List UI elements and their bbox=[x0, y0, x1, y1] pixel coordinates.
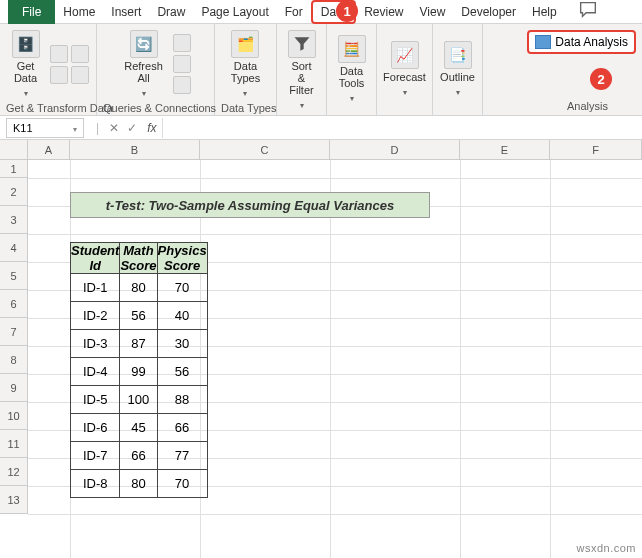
tab-developer[interactable]: Developer bbox=[453, 0, 524, 24]
table-cell[interactable]: 56 bbox=[157, 358, 207, 386]
row-headers: 1 2 3 4 5 6 7 8 9 10 11 12 13 bbox=[0, 160, 28, 514]
group-label bbox=[383, 110, 426, 115]
row-header[interactable]: 12 bbox=[0, 458, 28, 486]
row-header[interactable]: 11 bbox=[0, 430, 28, 458]
data-table: Student Id Math Score Physics Score ID-1… bbox=[70, 242, 208, 498]
tab-file[interactable]: File bbox=[8, 0, 55, 24]
outline-button[interactable]: 📑 Outline bbox=[436, 39, 479, 99]
refresh-all-button[interactable]: 🔄 Refresh All bbox=[120, 28, 167, 100]
tab-review[interactable]: Review bbox=[356, 0, 411, 24]
name-box-dropdown-icon[interactable] bbox=[73, 122, 77, 134]
tab-draw[interactable]: Draw bbox=[149, 0, 193, 24]
from-text-icon[interactable] bbox=[50, 45, 68, 63]
table-cell[interactable]: ID-5 bbox=[71, 386, 120, 414]
table-cell[interactable]: 99 bbox=[120, 358, 157, 386]
tab-formulas[interactable]: For bbox=[277, 0, 311, 24]
col-header-c[interactable]: C bbox=[200, 140, 330, 159]
queries-icon[interactable] bbox=[173, 34, 191, 52]
table-cell[interactable]: 30 bbox=[157, 330, 207, 358]
recent-sources-icon[interactable] bbox=[71, 66, 89, 84]
refresh-label: Refresh All bbox=[124, 60, 163, 84]
cancel-icon[interactable]: ✕ bbox=[105, 121, 123, 135]
col-header-a[interactable]: A bbox=[28, 140, 70, 159]
funnel-icon bbox=[288, 30, 316, 58]
table-cell[interactable]: ID-8 bbox=[71, 470, 120, 498]
mini-icons[interactable] bbox=[173, 34, 191, 94]
refresh-icon: 🔄 bbox=[130, 30, 158, 58]
tab-page-layout[interactable]: Page Layout bbox=[193, 0, 276, 24]
tab-home[interactable]: Home bbox=[55, 0, 103, 24]
table-cell[interactable]: 87 bbox=[120, 330, 157, 358]
table-cell[interactable]: 70 bbox=[157, 274, 207, 302]
dropdown-caret-icon bbox=[456, 85, 460, 97]
row-header[interactable]: 9 bbox=[0, 374, 28, 402]
col-header-e[interactable]: E bbox=[460, 140, 550, 159]
from-table-icon[interactable] bbox=[50, 66, 68, 84]
table-cell[interactable]: 77 bbox=[157, 442, 207, 470]
group-label: Queries & Connections bbox=[103, 100, 208, 117]
comments-icon[interactable] bbox=[577, 0, 599, 24]
table-cell[interactable]: 70 bbox=[157, 470, 207, 498]
callout-2: 2 bbox=[590, 68, 612, 90]
mini-icons[interactable] bbox=[50, 45, 89, 84]
data-types-button[interactable]: 🗂️ Data Types bbox=[227, 28, 264, 100]
col-header-d[interactable]: D bbox=[330, 140, 460, 159]
group-label: Analysis bbox=[489, 98, 636, 115]
table-cell[interactable]: ID-3 bbox=[71, 330, 120, 358]
spreadsheet-grid[interactable]: A B C D E F 1 2 3 4 5 6 7 8 9 10 11 12 1… bbox=[0, 140, 642, 160]
table-cell[interactable]: 100 bbox=[120, 386, 157, 414]
table-cell[interactable]: ID-1 bbox=[71, 274, 120, 302]
table-cell[interactable]: ID-7 bbox=[71, 442, 120, 470]
table-cell[interactable]: 88 bbox=[157, 386, 207, 414]
col-physics-score: Physics Score bbox=[157, 243, 207, 274]
table-cell[interactable]: 45 bbox=[120, 414, 157, 442]
get-data-button[interactable]: 🗄️ Get Data bbox=[8, 28, 44, 100]
formula-input[interactable] bbox=[162, 118, 642, 138]
tab-view[interactable]: View bbox=[412, 0, 454, 24]
row-header[interactable]: 4 bbox=[0, 234, 28, 262]
name-box[interactable]: K11 bbox=[6, 118, 84, 138]
table-cell[interactable]: 66 bbox=[157, 414, 207, 442]
table-row: ID-18070 bbox=[71, 274, 208, 302]
data-types-icon: 🗂️ bbox=[231, 30, 259, 58]
sort-filter-button[interactable]: Sort & Filter bbox=[283, 28, 320, 112]
select-all-corner[interactable] bbox=[0, 140, 28, 159]
data-tools-button[interactable]: 🧮 Data Tools bbox=[334, 33, 370, 105]
table-cell[interactable]: ID-2 bbox=[71, 302, 120, 330]
table-cell[interactable]: ID-6 bbox=[71, 414, 120, 442]
col-header-b[interactable]: B bbox=[70, 140, 200, 159]
data-analysis-button[interactable]: Data Analysis bbox=[527, 30, 636, 54]
properties-icon[interactable] bbox=[173, 55, 191, 73]
row-header[interactable]: 2 bbox=[0, 178, 28, 206]
row-header[interactable]: 7 bbox=[0, 318, 28, 346]
table-cell[interactable]: 40 bbox=[157, 302, 207, 330]
row-header[interactable]: 5 bbox=[0, 262, 28, 290]
row-header[interactable]: 3 bbox=[0, 206, 28, 234]
row-header[interactable]: 1 bbox=[0, 160, 28, 178]
table-cell[interactable]: 80 bbox=[120, 274, 157, 302]
group-label: Data Types bbox=[221, 100, 270, 117]
fx-label[interactable]: fx bbox=[141, 121, 156, 135]
table-cell[interactable]: 56 bbox=[120, 302, 157, 330]
table-cell[interactable]: 66 bbox=[120, 442, 157, 470]
data-tools-icon: 🧮 bbox=[338, 35, 366, 63]
table-cell[interactable]: 80 bbox=[120, 470, 157, 498]
col-header-f[interactable]: F bbox=[550, 140, 642, 159]
forecast-label: Forecast bbox=[383, 71, 426, 83]
table-row: ID-88070 bbox=[71, 470, 208, 498]
group-get-transform: 🗄️ Get Data Get & Transform Data bbox=[0, 24, 97, 115]
enter-icon[interactable]: ✓ bbox=[123, 121, 141, 135]
group-analysis: Data Analysis Analysis bbox=[483, 24, 642, 115]
from-web-icon[interactable] bbox=[71, 45, 89, 63]
table-row: ID-25640 bbox=[71, 302, 208, 330]
row-header[interactable]: 6 bbox=[0, 290, 28, 318]
tab-help[interactable]: Help bbox=[524, 0, 565, 24]
row-header[interactable]: 8 bbox=[0, 346, 28, 374]
table-cell[interactable]: ID-4 bbox=[71, 358, 120, 386]
row-header[interactable]: 10 bbox=[0, 402, 28, 430]
forecast-button[interactable]: 📈 Forecast bbox=[379, 39, 430, 99]
row-header[interactable]: 13 bbox=[0, 486, 28, 514]
edit-links-icon[interactable] bbox=[173, 76, 191, 94]
tab-insert[interactable]: Insert bbox=[103, 0, 149, 24]
data-tools-label: Data Tools bbox=[339, 65, 365, 89]
